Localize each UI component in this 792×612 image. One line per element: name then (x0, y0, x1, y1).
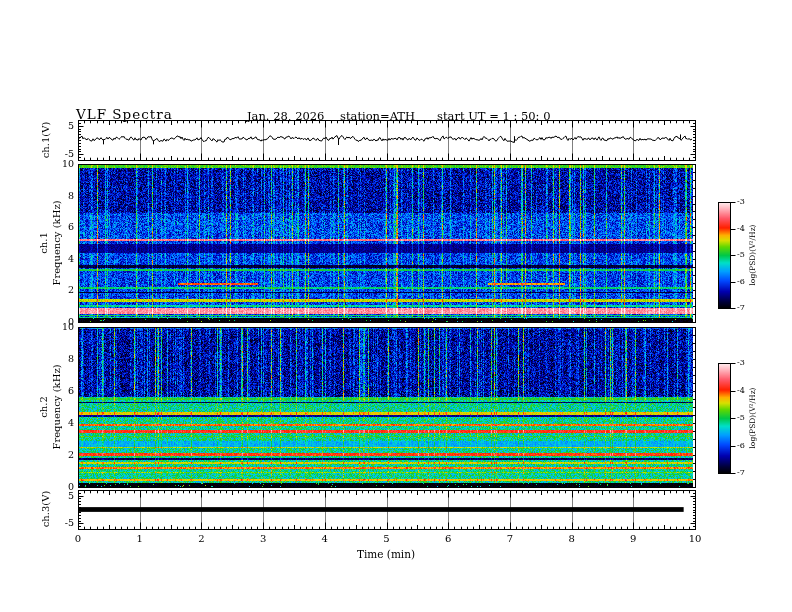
ch2-freq-tick-label: 6 (68, 386, 74, 396)
colorbar2-tick-label: -4 (737, 387, 745, 395)
colorbar2-tick-label: -6 (737, 442, 745, 450)
ch2-frequency-axis-label: Frequency (kHz) (52, 364, 62, 449)
ch2-freq-tick-label: 4 (68, 418, 74, 428)
ch3-volt-tick-label: -5 (65, 519, 74, 529)
x-tick-label: 8 (568, 534, 574, 544)
colorbar1-tick-label: -5 (737, 251, 745, 259)
plot-date: Jan. 28, 2026 (247, 111, 324, 123)
ch1-freq-tick-label: 8 (68, 191, 74, 201)
plot-station: station=ATH (340, 111, 415, 123)
x-tick-label: 5 (383, 534, 389, 544)
ch2-channel-label: ch.2 (39, 396, 49, 418)
ch1-freq-tick-label: 6 (68, 222, 74, 232)
plot-title: VLF Spectra (76, 108, 173, 122)
ch1-channel-label: ch.1 (39, 232, 49, 254)
ch3-waveform-canvas (79, 491, 694, 528)
ch3-voltage-axis-label: ch.3(V) (41, 491, 51, 528)
x-tick-label: 10 (689, 534, 702, 544)
ch3-volt-tick-label: 5 (68, 491, 74, 501)
x-tick-label: 7 (507, 534, 513, 544)
colorbar1-tick-label: -6 (737, 278, 745, 286)
psd-colorbar1-label: log(PSD)(V²/Hz) (749, 224, 757, 285)
colorbar1-tick-label: -4 (737, 225, 745, 233)
colorbar2-tick-label: -5 (737, 414, 745, 422)
plot-start-ut: start UT = 1 : 50: 0 (437, 111, 550, 123)
ch1-frequency-axis-label: Frequency (kHz) (52, 200, 62, 285)
ch2-spectrogram-canvas (79, 328, 693, 487)
colorbar1-tick-label: -7 (737, 304, 745, 312)
x-tick-label: 6 (445, 534, 451, 544)
ch1-volt-tick-label: 5 (68, 121, 74, 131)
x-tick-label: 2 (198, 534, 204, 544)
ch1-freq-tick-label: 2 (68, 286, 74, 296)
x-tick-label: 9 (630, 534, 636, 544)
x-tick-label: 0 (75, 534, 81, 544)
ch2-freq-tick-label: 8 (68, 354, 74, 364)
colorbar2-tick-label: -3 (737, 359, 745, 367)
x-tick-label: 3 (260, 534, 266, 544)
psd-colorbar2-label: log(PSD)(V²/Hz) (749, 387, 757, 448)
colorbar2-tick-label: -7 (737, 469, 745, 477)
time-axis-label: Time (min) (357, 549, 415, 560)
vlf-spectra-plot: VLF Spectra Jan. 28, 2026 station=ATH st… (0, 0, 792, 612)
ch1-voltage-axis-label: ch.1(V) (41, 122, 51, 159)
x-tick-label: 4 (322, 534, 328, 544)
colorbar1-tick-label: -3 (737, 198, 745, 206)
ch2-freq-tick-label: 2 (68, 450, 74, 460)
ch1-waveform-canvas (79, 121, 694, 159)
ch2-freq-tick-label: 10 (62, 322, 74, 332)
x-tick-label: 1 (137, 534, 143, 544)
ch1-freq-tick-label: 4 (68, 254, 74, 264)
ch1-freq-tick-label: 10 (62, 159, 74, 169)
ch1-spectrogram-canvas (79, 165, 693, 322)
